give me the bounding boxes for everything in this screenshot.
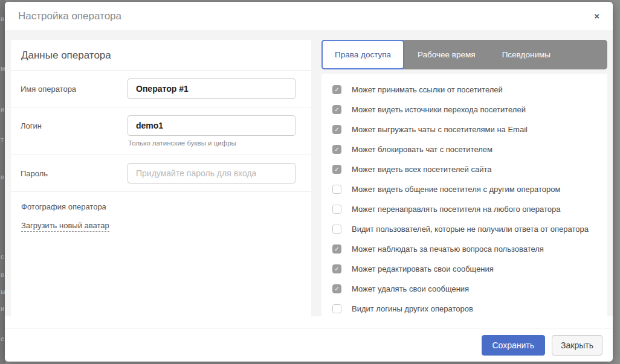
checkbox-checked-icon[interactable]: ✓ bbox=[332, 145, 341, 154]
checkbox-checked-icon[interactable]: ✓ bbox=[332, 105, 341, 114]
photo-label: Фотография оператора bbox=[21, 202, 301, 211]
upload-avatar-link[interactable]: Загрузить новый аватар bbox=[21, 221, 109, 232]
background-text-fragment: и bbox=[1, 106, 4, 113]
checkbox-checked-icon[interactable]: ✓ bbox=[332, 165, 341, 174]
permission-row[interactable]: Видит пользователей, которые не получили… bbox=[332, 219, 607, 239]
permission-row[interactable]: Может видеть общение посетителя с другим… bbox=[332, 179, 607, 199]
permission-row[interactable]: Видит логины других операторов bbox=[332, 299, 607, 316]
checkbox-checked-icon[interactable]: ✓ bbox=[332, 284, 341, 293]
background-text-fragment: с bbox=[1, 254, 4, 260]
photo-section: Фотография оператора Загрузить новый ава… bbox=[11, 192, 311, 242]
operator-data-heading: Данные оператора bbox=[11, 40, 311, 71]
permissions-list: ✓Может принимать ссылки от посетителей✓М… bbox=[321, 74, 607, 316]
checkbox-checked-icon[interactable]: ✓ bbox=[332, 125, 341, 134]
password-label: Пароль bbox=[21, 169, 128, 178]
operator-settings-modal: Настройка оператора × Данные оператора И… bbox=[5, 2, 613, 362]
password-row: Пароль bbox=[11, 155, 311, 192]
permission-row[interactable]: ✓Может редактировать свои сообщения bbox=[332, 259, 607, 279]
permission-label: Может редактировать свои сообщения bbox=[352, 264, 494, 273]
permission-row[interactable]: ✓Может видеть источники перехода посетит… bbox=[332, 100, 607, 120]
checkbox-unchecked-icon[interactable] bbox=[332, 205, 341, 214]
permission-row[interactable]: ✓Может принимать ссылки от посетителей bbox=[332, 80, 607, 100]
password-input[interactable] bbox=[128, 163, 295, 184]
tab-0-active[interactable]: Права доступа bbox=[321, 40, 404, 69]
login-row: Логин Только латинские буквы и цифры bbox=[11, 107, 311, 155]
access-rights-panel: Права доступаРабочее времяПсевдонимы ✓Мо… bbox=[321, 40, 607, 316]
modal-header: Настройка оператора × bbox=[5, 2, 613, 30]
permission-label: Может видеть всех посетителей сайта bbox=[352, 165, 491, 174]
login-input[interactable] bbox=[128, 115, 295, 136]
permission-row[interactable]: ✓Может выгружать чаты с посетителями на … bbox=[332, 120, 607, 139]
operator-name-input[interactable] bbox=[128, 78, 295, 99]
background-text-fragment: т bbox=[1, 136, 4, 143]
checkbox-unchecked-icon[interactable] bbox=[332, 304, 341, 313]
permission-row[interactable]: Может перенаправлять посетителя на любог… bbox=[332, 199, 607, 219]
permission-label: Может принимать ссылки от посетителей bbox=[352, 85, 503, 94]
permission-label: Может выгружать чаты с посетителями на E… bbox=[352, 125, 528, 134]
operator-name-row: Имя оператора bbox=[11, 71, 311, 107]
permission-row[interactable]: ✓Может видеть всех посетителей сайта bbox=[332, 159, 607, 179]
operator-data-panel: Данные оператора Имя оператора Логин Тол… bbox=[11, 40, 311, 316]
permission-label: Видит пользователей, которые не получили… bbox=[352, 225, 589, 234]
checkbox-checked-icon[interactable]: ✓ bbox=[332, 85, 341, 94]
permission-label: Может видеть общение посетителя с другим… bbox=[352, 185, 560, 194]
permission-row[interactable]: ✓Может удалять свои сообщения bbox=[332, 279, 607, 299]
tab-1[interactable]: Рабочее время bbox=[404, 40, 489, 69]
checkbox-unchecked-icon[interactable] bbox=[332, 185, 341, 194]
save-button[interactable]: Сохранить bbox=[482, 335, 546, 356]
background-text-fragment: в bbox=[1, 16, 4, 22]
operator-name-label: Имя оператора bbox=[21, 85, 128, 94]
permission-label: Может наблюдать за печатью вопроса польз… bbox=[352, 244, 544, 254]
permission-label: Может перенаправлять посетителя на любог… bbox=[352, 205, 560, 214]
background-text-fragment: в bbox=[1, 272, 4, 278]
permission-label: Видит логины других операторов bbox=[352, 304, 473, 313]
permission-row[interactable]: ✓Может наблюдать за печатью вопроса поль… bbox=[332, 239, 607, 259]
login-label: Логин bbox=[21, 115, 128, 130]
permission-label: Может удалять свои сообщения bbox=[352, 284, 469, 293]
close-button[interactable]: Закрыть bbox=[552, 335, 602, 356]
login-hint: Только латинские буквы и цифры bbox=[128, 139, 295, 147]
tab-2[interactable]: Псевдонимы bbox=[489, 40, 564, 69]
modal-footer: Сохранить Закрыть bbox=[5, 328, 613, 362]
close-icon[interactable]: × bbox=[594, 11, 599, 21]
tabs: Права доступаРабочее времяПсевдонимы bbox=[321, 40, 607, 69]
permission-label: Может видеть источники перехода посетите… bbox=[352, 105, 526, 114]
modal-title: Настройка оператора bbox=[18, 10, 121, 22]
checkbox-checked-icon[interactable]: ✓ bbox=[332, 264, 341, 273]
modal-body: Данные оператора Имя оператора Логин Тол… bbox=[5, 30, 613, 316]
permission-row[interactable]: ✓Может блокировать чат с посетителем bbox=[332, 139, 607, 159]
checkbox-checked-icon[interactable]: ✓ bbox=[332, 244, 341, 254]
background-text-fragment: и bbox=[1, 305, 4, 312]
permission-label: Может блокировать чат с посетителем bbox=[352, 145, 492, 154]
background-text-fragment: в bbox=[1, 174, 4, 180]
checkbox-unchecked-icon[interactable] bbox=[332, 225, 341, 234]
background-text-fragment: е bbox=[1, 336, 4, 342]
